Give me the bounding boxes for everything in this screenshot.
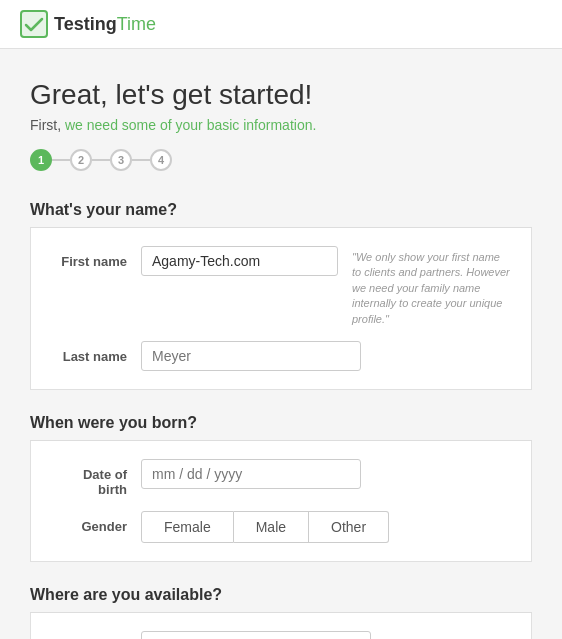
- gender-label: Gender: [51, 511, 141, 534]
- name-section-title: What's your name?: [30, 201, 532, 228]
- available-section-body: Country Egypt United States United Kingd…: [30, 613, 532, 639]
- available-section-title: Where are you available?: [30, 586, 532, 613]
- last-name-control-wrapper: [141, 341, 511, 371]
- dob-row: Date of birth: [51, 459, 511, 497]
- logo-icon: [20, 10, 48, 38]
- country-select[interactable]: Egypt United States United Kingdom Germa…: [141, 631, 371, 639]
- svg-rect-0: [20, 10, 48, 38]
- logo: TestingTime: [20, 10, 156, 38]
- country-control-wrapper: Egypt United States United Kingdom Germa…: [141, 631, 511, 639]
- step-3: 3: [110, 149, 132, 171]
- subtitle-link: we need some of your basic information.: [65, 117, 316, 133]
- step-1: 1: [30, 149, 52, 171]
- country-label: Country: [51, 631, 141, 639]
- step-4: 4: [150, 149, 172, 171]
- gender-male-button[interactable]: Male: [234, 511, 309, 543]
- gender-control-wrapper: Female Male Other: [141, 511, 511, 543]
- available-section: Where are you available? Country Egypt U…: [30, 586, 532, 639]
- step-indicator: 1 2 3 4: [30, 149, 532, 171]
- gender-female-button[interactable]: Female: [141, 511, 234, 543]
- last-name-input[interactable]: [141, 341, 361, 371]
- page-title: Great, let's get started!: [30, 79, 532, 111]
- country-row: Country Egypt United States United Kingd…: [51, 631, 511, 639]
- header: TestingTime: [0, 0, 562, 49]
- dob-section-body: Date of birth Gender Female Male Other: [30, 441, 532, 562]
- last-name-label: Last name: [51, 341, 141, 364]
- page-subtitle: First, we need some of your basic inform…: [30, 117, 532, 133]
- step-line-3: [132, 159, 150, 161]
- main-content: Great, let's get started! First, we need…: [0, 49, 562, 639]
- dob-section: When were you born? Date of birth Gender…: [30, 414, 532, 562]
- first-name-hint: "We only show your first name to clients…: [352, 246, 511, 327]
- last-name-row: Last name: [51, 341, 511, 371]
- gender-other-button[interactable]: Other: [309, 511, 389, 543]
- logo-text: TestingTime: [54, 14, 156, 35]
- name-section-body: First name "We only show your first name…: [30, 228, 532, 390]
- gender-row: Gender Female Male Other: [51, 511, 511, 543]
- dob-section-title: When were you born?: [30, 414, 532, 441]
- dob-control-wrapper: [141, 459, 511, 489]
- gender-buttons: Female Male Other: [141, 511, 389, 543]
- dob-label: Date of birth: [51, 459, 141, 497]
- first-name-row: First name "We only show your first name…: [51, 246, 511, 327]
- step-line-1: [52, 159, 70, 161]
- subtitle-static: First,: [30, 117, 65, 133]
- step-2: 2: [70, 149, 92, 171]
- name-section: What's your name? First name "We only sh…: [30, 201, 532, 390]
- step-line-2: [92, 159, 110, 161]
- first-name-input[interactable]: [141, 246, 338, 276]
- dob-input[interactable]: [141, 459, 361, 489]
- first-name-label: First name: [51, 246, 141, 269]
- first-name-control-wrapper: "We only show your first name to clients…: [141, 246, 511, 327]
